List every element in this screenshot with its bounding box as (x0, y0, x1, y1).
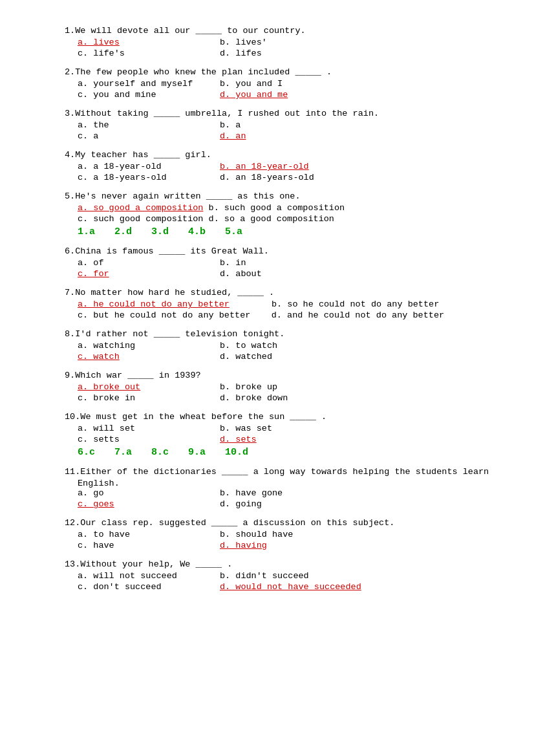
q3-opt-c: c. a (78, 131, 220, 141)
q3-answer: d. an (220, 131, 246, 141)
q9-opt-d: d. broke down (220, 393, 362, 403)
q2-opt-c: c. you and mine (78, 90, 220, 100)
q5-text: 5.He's never again written _____ as this… (65, 191, 495, 201)
q8-answer: c. watch (78, 352, 120, 362)
q11-text: 11.Either of the dictionaries _____ a lo… (65, 467, 495, 477)
q12-opt-a: a. to have (78, 530, 220, 539)
sum-2d: 2.d (114, 226, 132, 237)
q11-opt-c: c. goes (78, 499, 220, 509)
q13-options: a. will not succeed b. didn't succeed c.… (78, 571, 495, 592)
q9-answer: a. broke out (78, 382, 140, 392)
question-8: 8.I'd rather not _____ television tonigh… (65, 329, 495, 362)
question-2: 2.The few people who knew the plan inclu… (65, 67, 495, 100)
q8-opt-c: c. watch (78, 352, 220, 362)
q12-answer: d. having (220, 541, 267, 550)
q11-options: a. go b. have gone c. goes d. going (78, 488, 495, 509)
sum-3d: 3.d (151, 226, 169, 237)
q8-opt-a: a. watching (78, 341, 220, 351)
q1-options: a. lives b. lives' c. life's d. lifes (78, 38, 495, 58)
q3-options: a. the b. a c. a d. an (78, 120, 495, 141)
q10-opt-a: a. will set (78, 424, 220, 433)
q10-options: a. will set b. was set c. setts d. sets (78, 424, 495, 444)
q6-text: 6.China is famous _____ its Great Wall. (65, 246, 495, 256)
q8-text: 8.I'd rather not _____ television tonigh… (65, 329, 495, 339)
q3-opt-a: a. the (78, 120, 220, 130)
q2-opt-b: b. you and I (220, 79, 362, 89)
question-7: 7.No matter how hard he studied, _____ .… (65, 288, 495, 320)
q11-text2: English. (78, 479, 495, 488)
q13-answer: d. would not have succeeded (220, 582, 361, 592)
q11-opt-d: d. going (220, 499, 362, 509)
question-12: 12.Our class rep. suggested _____ a disc… (65, 518, 495, 550)
q4-text: 4.My teacher has _____ girl. (65, 150, 495, 160)
q1-opt-c: c. life's (78, 49, 220, 58)
q2-opt-a: a. yourself and myself (78, 79, 220, 89)
q4-opt-b: b. an 18-year-old (220, 162, 362, 171)
q7-opt-b: b. so he could not do any better (272, 299, 439, 309)
q3-text: 3.Without taking _____ umbrella, I rushe… (65, 109, 495, 118)
question-1: 1.We will devote all our _____ to our co… (65, 26, 495, 58)
q4-options: a. a 18-year-old b. an 18-year-old c. a … (78, 162, 495, 182)
q7-opt-c: c. but he could not do any better d. and… (78, 310, 495, 320)
q3-opt-d: d. an (220, 131, 362, 141)
sum-7a: 7.a (114, 447, 132, 458)
q6-opt-d: d. about (220, 269, 362, 279)
q11-opt-a: a. go (78, 488, 220, 498)
q12-options: a. to have b. should have c. have d. hav… (78, 530, 495, 550)
q11-answer: c. goes (78, 499, 114, 509)
q8-opt-b: b. to watch (220, 341, 362, 351)
q5-options: a. so good a composition b. such good a … (78, 203, 495, 224)
q7-options: a. he could not do any better b. so he c… (78, 299, 495, 320)
q5-answer: a. so good a composition (78, 203, 203, 213)
q10-opt-d: d. sets (220, 435, 362, 444)
question-10: 10.We must get in the wheat before the s… (65, 412, 495, 458)
q2-answer: d. you and me (220, 90, 288, 100)
q4-opt-c: c. a 18-years-old (78, 173, 220, 182)
sum-9a: 9.a (188, 447, 206, 458)
q13-opt-d: d. would not have succeeded (220, 582, 362, 592)
q12-opt-b: b. should have (220, 530, 362, 539)
summary-row-1: 1.a 2.d 3.d 4.b 5.a (78, 226, 495, 237)
q13-text: 13.Without your help, We _____ . (65, 559, 495, 569)
q9-opt-a: a. broke out (78, 382, 220, 392)
q2-opt-d: d. you and me (220, 90, 362, 100)
summary-row-2: 6.c 7.a 8.c 9.a 10.d (78, 447, 495, 458)
q12-text: 12.Our class rep. suggested _____ a disc… (65, 518, 495, 528)
q2-text: 2.The few people who knew the plan inclu… (65, 67, 495, 77)
q1-opt-b: b. lives' (220, 38, 362, 47)
q9-text: 9.Which war _____ in 1939? (65, 371, 495, 380)
q5-opt-a: a. so good a composition b. such good a … (78, 203, 345, 213)
q4-opt-d: d. an 18-years-old (220, 173, 362, 182)
q10-answer: d. sets (220, 435, 257, 444)
q3-opt-b: b. a (220, 120, 362, 130)
q7-text: 7.No matter how hard he studied, _____ . (65, 288, 495, 297)
q10-opt-c: c. setts (78, 435, 220, 444)
q1-opt-d: d. lifes (220, 49, 362, 58)
q4-opt-a: a. a 18-year-old (78, 162, 220, 171)
question-4: 4.My teacher has _____ girl. a. a 18-yea… (65, 150, 495, 182)
q13-opt-a: a. will not succeed (78, 571, 220, 581)
q12-opt-d: d. having (220, 541, 362, 550)
sum-6c: 6.c (78, 447, 95, 458)
q8-opt-d: d. watched (220, 352, 362, 362)
q7-answer: a. he could not do any better (78, 299, 230, 309)
q2-options: a. yourself and myself b. you and I c. y… (78, 79, 495, 100)
q13-opt-b: b. didn't succeed (220, 571, 362, 581)
sum-5a: 5.a (225, 226, 242, 237)
q12-opt-c: c. have (78, 541, 220, 550)
question-13: 13.Without your help, We _____ . a. will… (65, 559, 495, 592)
sum-10d: 10.d (225, 447, 248, 458)
question-3: 3.Without taking _____ umbrella, I rushe… (65, 109, 495, 141)
q9-opt-c: c. broke in (78, 393, 220, 403)
q6-opt-b: b. in (220, 258, 362, 268)
q4-answer: b. an 18-year-old (220, 162, 309, 171)
question-6: 6.China is famous _____ its Great Wall. … (65, 246, 495, 279)
q10-text: 10.We must get in the wheat before the s… (65, 412, 495, 422)
q1-opt-a: a. lives (78, 38, 220, 47)
q6-opt-c: c. for (78, 269, 220, 279)
q5-opt-cd: c. such good composition d. so a good co… (78, 214, 495, 224)
q7-opt-a: a. he could not do any better (78, 299, 272, 309)
sum-4b: 4.b (188, 226, 206, 237)
q11-opt-b: b. have gone (220, 488, 362, 498)
sum-1a: 1.a (78, 226, 95, 237)
